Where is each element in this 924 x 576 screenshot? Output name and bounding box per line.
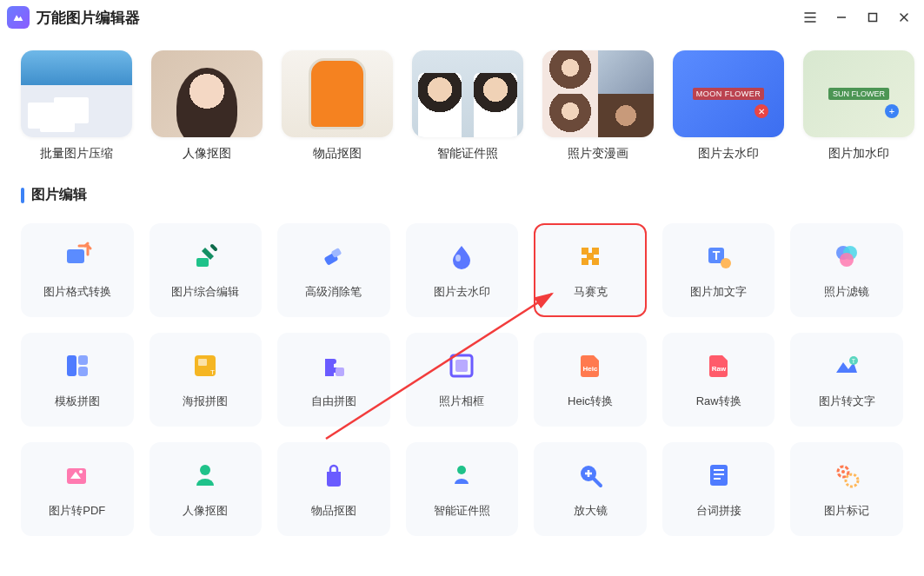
svg-rect-20	[78, 367, 88, 376]
poster-icon: T	[189, 350, 221, 381]
svg-rect-3	[196, 258, 209, 267]
tool-label: 照片滤镜	[824, 284, 869, 300]
feature-thumb-removewm-icon: MOON FLOWER ✕	[673, 50, 784, 137]
tool-label: 自由拼图	[311, 394, 356, 409]
section-bar-icon	[21, 188, 24, 203]
feature-batch-compress[interactable]: 批量图片压缩	[21, 50, 132, 162]
tool-label: 图片格式转换	[43, 284, 111, 300]
tool-script[interactable]: 台词拼接	[662, 442, 775, 536]
tool-raw[interactable]: RawRaw转换	[662, 333, 775, 427]
svg-point-34	[457, 466, 466, 474]
feature-photo-to-comic[interactable]: 照片变漫画	[542, 50, 654, 162]
feature-add-watermark[interactable]: SUN FLOWER + 图片加水印	[803, 50, 914, 162]
tool-label: 智能证件照	[434, 503, 490, 519]
tool-label: 模板拼图	[55, 394, 100, 409]
minimize-button[interactable]	[834, 10, 849, 25]
svg-rect-22	[198, 359, 207, 366]
svg-text:Heic: Heic	[583, 365, 598, 373]
feature-thumb-comic-icon	[542, 50, 654, 137]
tool-zoom[interactable]: 放大镜	[534, 442, 647, 536]
feature-thumb-idphoto-icon	[412, 50, 523, 137]
ocr-icon: T	[831, 350, 862, 381]
tool-text[interactable]: T图片加文字	[662, 223, 775, 317]
svg-rect-26	[455, 360, 468, 372]
feature-label: 物品抠图	[313, 146, 362, 162]
tool-puzzle[interactable]: 自由拼图	[277, 333, 390, 427]
svg-point-44	[846, 474, 858, 487]
tool-person[interactable]: 人像抠图	[150, 442, 263, 536]
feature-thumb-object-icon	[282, 50, 393, 137]
tool-eraser[interactable]: 高级消除笔	[277, 223, 390, 317]
svg-point-6	[455, 255, 461, 262]
feature-id-photo[interactable]: 智能证件照	[412, 50, 523, 162]
tool-frame[interactable]: 照片相框	[406, 333, 519, 427]
idphoto-icon	[446, 460, 477, 491]
close-button[interactable]	[896, 10, 912, 25]
tool-label: 台词拼接	[696, 503, 741, 519]
tool-edit[interactable]: 图片综合编辑	[150, 223, 263, 317]
tool-ocr[interactable]: T图片转文字	[790, 333, 903, 427]
svg-rect-19	[78, 355, 88, 365]
tool-droplet[interactable]: 图片去水印	[406, 223, 519, 317]
feature-remove-watermark[interactable]: MOON FLOWER ✕ 图片去水印	[673, 50, 784, 162]
tool-idphoto[interactable]: 智能证件照	[406, 442, 519, 536]
svg-point-14	[721, 258, 731, 268]
feature-thumb-addwm-icon: SUN FLOWER +	[803, 50, 914, 137]
svg-point-17	[840, 253, 854, 267]
svg-rect-2	[67, 249, 84, 263]
svg-rect-10	[582, 258, 588, 265]
feature-label: 图片去水印	[698, 146, 759, 162]
feature-object-cutout[interactable]: 物品抠图	[282, 50, 393, 162]
pdf-icon	[62, 460, 93, 491]
svg-point-33	[200, 465, 210, 475]
tool-heic[interactable]: HeicHeic转换	[534, 333, 647, 427]
tool-convert[interactable]: 图片格式转换	[21, 223, 134, 317]
menu-button[interactable]	[802, 10, 818, 25]
bag-icon	[318, 460, 349, 491]
app-title: 万能图片编辑器	[37, 8, 140, 28]
text-icon: T	[703, 241, 735, 272]
maximize-button[interactable]	[865, 10, 881, 25]
feature-label: 人像抠图	[183, 146, 231, 162]
svg-rect-24	[336, 367, 344, 376]
feature-row: 批量图片压缩 人像抠图 物品抠图 智能证件照 照片变漫画 MOON FLOWER…	[0, 35, 924, 186]
tool-bag[interactable]: 物品抠图	[277, 442, 390, 536]
edit-icon	[189, 241, 221, 272]
tool-template[interactable]: 模板拼图	[21, 333, 134, 427]
puzzle-icon	[318, 350, 349, 381]
tool-label: Heic转换	[568, 394, 613, 409]
tool-label: 海报拼图	[183, 394, 228, 409]
eraser-icon	[318, 241, 349, 272]
app-logo-icon	[7, 6, 30, 29]
tool-label: 图片综合编辑	[171, 284, 239, 300]
convert-icon	[62, 241, 93, 272]
tool-label: 马赛克	[574, 284, 608, 300]
tool-pdf[interactable]: 图片转PDF	[21, 442, 134, 536]
svg-text:T: T	[712, 248, 720, 262]
feature-label: 批量图片压缩	[40, 146, 113, 162]
watermark-text: MOON FLOWER	[693, 88, 765, 100]
script-icon	[703, 460, 735, 491]
add-icon: +	[885, 104, 899, 118]
tool-label: 高级消除笔	[305, 284, 362, 300]
zoom-icon	[575, 460, 606, 491]
droplet-icon	[446, 241, 477, 272]
tool-label: 放大镜	[574, 503, 608, 519]
tool-poster[interactable]: T海报拼图	[150, 333, 263, 427]
mosaic-icon	[575, 241, 606, 272]
raw-icon: Raw	[703, 350, 735, 381]
feature-thumb-compress-icon	[21, 50, 132, 137]
feature-label: 智能证件照	[437, 146, 498, 162]
feature-label: 图片加水印	[828, 146, 889, 162]
svg-text:Raw: Raw	[711, 365, 726, 373]
svg-text:T: T	[210, 368, 215, 376]
tool-filter[interactable]: 照片滤镜	[790, 223, 903, 317]
tool-mark[interactable]: 图片标记	[790, 442, 903, 536]
person-icon	[189, 460, 221, 491]
tool-mosaic[interactable]: 马赛克	[534, 223, 647, 317]
feature-portrait-cutout[interactable]: 人像抠图	[151, 50, 263, 162]
svg-rect-18	[67, 355, 76, 376]
tool-label: 图片标记	[824, 503, 869, 519]
svg-line-36	[594, 479, 601, 486]
svg-point-45	[841, 470, 845, 473]
